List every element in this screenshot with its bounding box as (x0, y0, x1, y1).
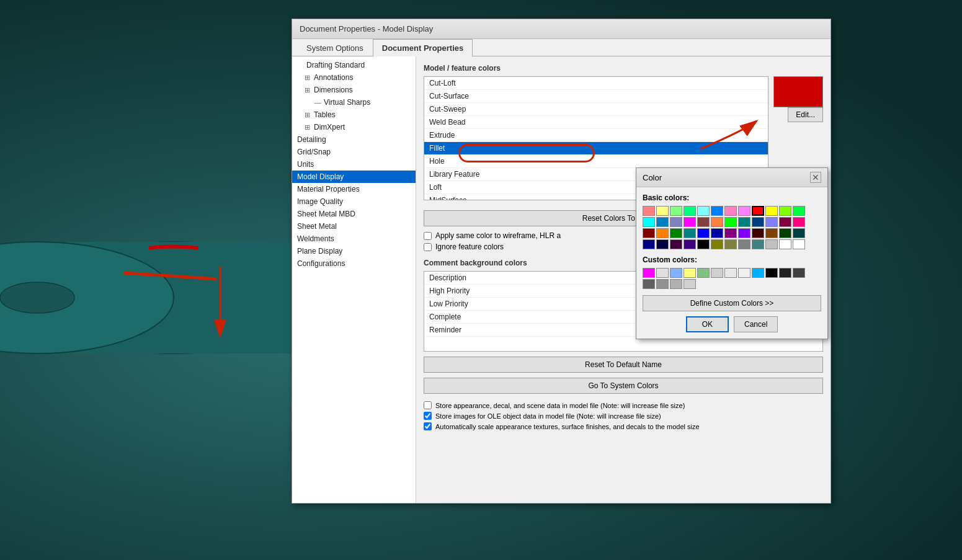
color-item-weldbead[interactable]: Weld Bead (424, 116, 768, 129)
basic-color-swatch-13[interactable] (656, 217, 669, 227)
basic-color-swatch-5[interactable] (711, 206, 723, 216)
basic-color-swatch-4[interactable] (697, 206, 710, 216)
basic-color-swatch-41[interactable] (711, 239, 723, 249)
custom-color-swatch-13[interactable] (656, 279, 669, 289)
tree-item-plane-display[interactable]: Plane Display (292, 245, 416, 257)
tree-item-tables[interactable]: ⊞ Tables (292, 109, 416, 121)
basic-color-swatch-20[interactable] (752, 217, 764, 227)
custom-color-swatch-15[interactable] (684, 279, 696, 289)
basic-color-swatch-3[interactable] (684, 206, 696, 216)
tree-item-sheet-metal-mbd[interactable]: Sheet Metal MBD (292, 208, 416, 220)
basic-color-swatch-10[interactable] (779, 206, 791, 216)
color-dialog-close-button[interactable]: ✕ (810, 172, 821, 183)
basic-color-swatch-1[interactable] (656, 206, 669, 216)
basic-color-swatch-26[interactable] (670, 228, 682, 238)
color-cancel-button[interactable]: Cancel (734, 316, 778, 332)
tree-item-configurations[interactable]: Configurations (292, 257, 416, 270)
tree-item-weldments[interactable]: Weldments (292, 233, 416, 245)
basic-color-swatch-27[interactable] (684, 228, 696, 238)
basic-color-swatch-7[interactable] (738, 206, 750, 216)
custom-color-swatch-12[interactable] (643, 279, 655, 289)
basic-color-swatch-17[interactable] (711, 217, 723, 227)
basic-color-swatch-28[interactable] (697, 228, 710, 238)
basic-color-swatch-44[interactable] (752, 239, 764, 249)
color-item-cutsurface[interactable]: Cut-Surface (424, 90, 768, 103)
basic-color-swatch-38[interactable] (670, 239, 682, 249)
custom-color-swatch-0[interactable] (643, 268, 655, 278)
reset-name-button[interactable]: Reset To Default Name (424, 357, 823, 373)
basic-color-swatch-11[interactable] (793, 206, 805, 216)
basic-color-swatch-47[interactable] (793, 239, 805, 249)
tree-item-drafting-standard[interactable]: Drafting Standard (292, 59, 416, 71)
tree-item-virtual-sharps[interactable]: — Virtual Sharps (292, 96, 416, 109)
custom-color-swatch-3[interactable] (684, 268, 696, 278)
custom-color-swatch-5[interactable] (711, 268, 723, 278)
tree-item-annotations[interactable]: ⊞ Annotations (292, 71, 416, 84)
store-images-checkbox[interactable] (424, 412, 432, 420)
tree-item-dimxpert[interactable]: ⊞ DimXpert (292, 121, 416, 133)
basic-color-swatch-35[interactable] (793, 228, 805, 238)
color-item-extrude[interactable]: Extrude (424, 129, 768, 142)
edit-color-button[interactable]: Edit... (788, 107, 823, 122)
custom-color-swatch-1[interactable] (656, 268, 669, 278)
wireframe-checkbox[interactable] (424, 232, 432, 240)
color-item-cutloft[interactable]: Cut-Loft (424, 77, 768, 90)
color-item-hole[interactable]: Hole (424, 155, 768, 168)
basic-color-swatch-24[interactable] (643, 228, 655, 238)
basic-color-swatch-33[interactable] (765, 228, 778, 238)
basic-color-swatch-43[interactable] (738, 239, 750, 249)
tab-system-options[interactable]: System Options (297, 39, 373, 56)
basic-color-swatch-14[interactable] (670, 217, 682, 227)
tree-item-image-quality[interactable]: Image Quality (292, 195, 416, 208)
basic-color-swatch-0[interactable] (643, 206, 655, 216)
basic-color-swatch-36[interactable] (643, 239, 655, 249)
define-custom-colors-button[interactable]: Define Custom Colors >> (643, 295, 821, 311)
basic-color-swatch-30[interactable] (724, 228, 737, 238)
basic-color-swatch-15[interactable] (684, 217, 696, 227)
basic-color-swatch-34[interactable] (779, 228, 791, 238)
basic-color-swatch-42[interactable] (724, 239, 737, 249)
tree-item-units[interactable]: Units (292, 158, 416, 171)
goto-system-button[interactable]: Go To System Colors (424, 378, 823, 394)
basic-color-swatch-25[interactable] (656, 228, 669, 238)
basic-color-swatch-2[interactable] (670, 206, 682, 216)
ignore-colors-checkbox[interactable] (424, 243, 432, 251)
basic-color-swatch-9[interactable] (765, 206, 778, 216)
store-appearance-checkbox[interactable] (424, 401, 432, 409)
basic-color-swatch-23[interactable] (793, 217, 805, 227)
auto-scale-checkbox[interactable] (424, 422, 432, 430)
basic-color-swatch-29[interactable] (711, 228, 723, 238)
custom-color-swatch-4[interactable] (697, 268, 710, 278)
custom-color-swatch-9[interactable] (765, 268, 778, 278)
basic-color-swatch-8[interactable] (752, 206, 764, 216)
custom-color-swatch-7[interactable] (738, 268, 750, 278)
custom-color-swatch-6[interactable] (724, 268, 737, 278)
custom-color-swatch-11[interactable] (793, 268, 805, 278)
custom-color-swatch-14[interactable] (670, 279, 682, 289)
basic-color-swatch-40[interactable] (697, 239, 710, 249)
basic-color-swatch-32[interactable] (752, 228, 764, 238)
color-item-cutsweep[interactable]: Cut-Sweep (424, 103, 768, 116)
tree-item-grid-snap[interactable]: Grid/Snap (292, 146, 416, 158)
basic-color-swatch-39[interactable] (684, 239, 696, 249)
basic-color-swatch-46[interactable] (779, 239, 791, 249)
tree-item-dimensions[interactable]: ⊞ Dimensions (292, 84, 416, 96)
tab-document-properties[interactable]: Document Properties (373, 39, 473, 56)
basic-color-swatch-19[interactable] (738, 217, 750, 227)
basic-color-swatch-31[interactable] (738, 228, 750, 238)
tree-item-detailing[interactable]: Detailing (292, 133, 416, 146)
color-ok-button[interactable]: OK (686, 316, 729, 332)
basic-color-swatch-18[interactable] (724, 217, 737, 227)
tree-item-model-display[interactable]: Model Display (292, 171, 416, 183)
tree-item-sheet-metal[interactable]: Sheet Metal (292, 220, 416, 233)
basic-color-swatch-37[interactable] (656, 239, 669, 249)
basic-color-swatch-16[interactable] (697, 217, 710, 227)
basic-color-swatch-22[interactable] (779, 217, 791, 227)
color-item-fillet[interactable]: Fillet (424, 142, 768, 155)
basic-color-swatch-21[interactable] (765, 217, 778, 227)
custom-color-swatch-10[interactable] (779, 268, 791, 278)
custom-color-swatch-8[interactable] (752, 268, 764, 278)
basic-color-swatch-6[interactable] (724, 206, 737, 216)
basic-color-swatch-12[interactable] (643, 217, 655, 227)
basic-color-swatch-45[interactable] (765, 239, 778, 249)
